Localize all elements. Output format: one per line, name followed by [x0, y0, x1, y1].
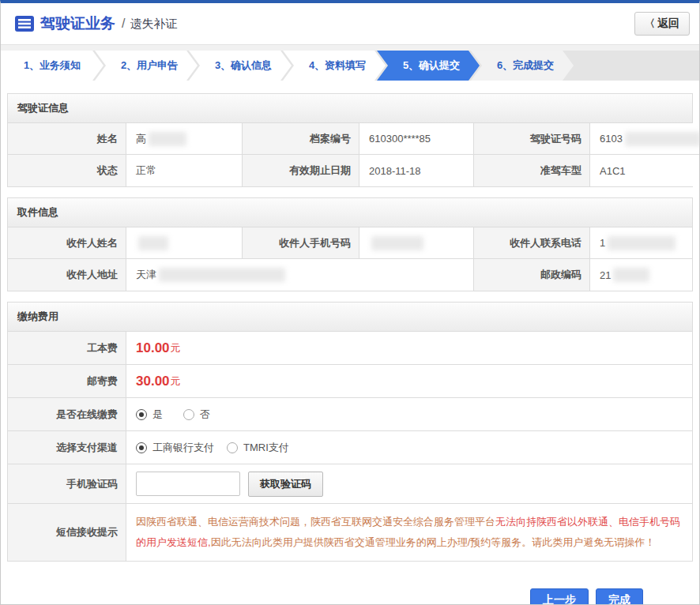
- online-yes-label: 是: [152, 408, 163, 422]
- previous-step-button[interactable]: 上一步: [530, 588, 589, 605]
- step-4-fill-data[interactable]: 4、资料填写: [283, 51, 386, 81]
- redaction-blur: [149, 132, 186, 146]
- file-no-label: 档案编号: [243, 123, 359, 155]
- recipient-address-label: 收件人地址: [8, 259, 126, 291]
- pickup-info-table: 收件人姓名 收件人手机号码 收件人联系电话 1 收件人地址 天津 邮政编码 21: [7, 227, 693, 291]
- recipient-mobile-label: 收件人手机号码: [243, 227, 359, 259]
- file-no-value: 610300****85: [359, 123, 474, 155]
- license-no-value: 6103: [590, 123, 700, 155]
- lost-license-replacement-page: 驾驶证业务 / 遗失补证 〈 返回 1、业务须知 2、用户申告 3、确认信息 4…: [0, 0, 700, 605]
- mailing-fee-label: 邮寄费: [8, 365, 126, 398]
- name-value: 高: [126, 123, 243, 155]
- back-chevron-icon: 〈: [645, 17, 655, 31]
- step-1-business-notes[interactable]: 1、业务须知: [1, 51, 103, 81]
- step-wizard: 1、业务须知 2、用户申告 3、确认信息 4、资料填写 5、确认提交 6、完成提…: [1, 51, 699, 81]
- recipient-name-label: 收件人姓名: [8, 227, 126, 259]
- pickup-section-title: 取件信息: [7, 197, 693, 227]
- production-fee-label: 工本费: [8, 332, 126, 365]
- redaction-blur: [625, 132, 700, 146]
- form-footer: 上一步 完成: [7, 572, 693, 605]
- production-fee-value: 10.00 元: [126, 332, 692, 365]
- name-label: 姓名: [8, 123, 126, 155]
- back-button[interactable]: 〈 返回: [634, 12, 690, 36]
- fee-unit: 元: [171, 341, 181, 355]
- step-2-user-declaration[interactable]: 2、用户申告: [95, 51, 198, 81]
- redaction-blur: [159, 268, 285, 282]
- recipient-name-value: [126, 227, 243, 259]
- postal-code-value: 21: [590, 259, 692, 291]
- step-5-confirm-submit[interactable]: 5、确认提交: [377, 51, 480, 81]
- redaction-blur: [613, 268, 649, 282]
- breadcrumb-separator: /: [122, 17, 125, 31]
- finish-button[interactable]: 完成: [596, 588, 643, 605]
- license-info-table: 姓名 高 档案编号 610300****85 驾驶证号码 6103 状态 正常 …: [7, 123, 693, 187]
- redaction-blur: [608, 236, 676, 250]
- license-no-label: 驾驶证号码: [474, 123, 590, 155]
- vehicle-type-label: 准驾车型: [474, 155, 590, 186]
- license-section-title: 驾驶证信息: [7, 93, 693, 123]
- payment-section: 缴纳费用 工本费 10.00 元 邮寄费 30.00 元 是否在线缴费 是 否: [7, 302, 693, 562]
- redaction-blur: [371, 236, 423, 250]
- pickup-info-section: 取件信息 收件人姓名 收件人手机号码 收件人联系电话 1 收件人地址 天津 邮政…: [7, 197, 693, 291]
- online-no-label: 否: [200, 408, 210, 422]
- step-3-confirm-info[interactable]: 3、确认信息: [189, 51, 292, 81]
- sms-code-row: 获取验证码: [126, 464, 692, 504]
- step-6-complete-submit[interactable]: 6、完成提交: [471, 51, 574, 81]
- recipient-phone-label: 收件人联系电话: [474, 227, 590, 259]
- channel-tmri-label: TMRI支付: [243, 441, 289, 455]
- header-divider: [1, 44, 699, 51]
- postal-code-label: 邮政编码: [474, 259, 590, 291]
- payment-channel-label: 选择支付渠道: [8, 431, 126, 464]
- breadcrumb-current: 遗失补证: [130, 17, 177, 32]
- channel-icbc-radio[interactable]: [136, 442, 147, 453]
- online-yes-radio[interactable]: [136, 409, 147, 420]
- recipient-address-value: 天津: [126, 259, 474, 291]
- redaction-blur: [138, 236, 168, 250]
- recipient-phone-value: 1: [590, 227, 692, 259]
- status-label: 状态: [8, 155, 126, 186]
- online-no-radio[interactable]: [183, 409, 194, 420]
- online-payment-label: 是否在线缴费: [8, 398, 126, 431]
- vehicle-type-value: A1C1: [590, 155, 700, 186]
- online-payment-options: 是 否: [126, 398, 692, 431]
- recipient-mobile-value: [359, 227, 474, 259]
- sms-notice-label: 短信接收提示: [8, 504, 126, 561]
- channel-tmri-radio[interactable]: [227, 442, 238, 453]
- fee-unit: 元: [171, 374, 181, 389]
- sms-code-input[interactable]: [136, 472, 240, 496]
- sms-notice-text: 因陕西省联通、电信运营商技术问题，陕西省互联网交通安全综合服务管理平台无法向持陕…: [126, 504, 692, 561]
- page-header: 驾驶证业务 / 遗失补证 〈 返回: [1, 3, 699, 44]
- license-info-section: 驾驶证信息 姓名 高 档案编号 610300****85 驾驶证号码 6103 …: [7, 93, 693, 187]
- status-value: 正常: [126, 155, 243, 186]
- sms-code-label: 手机验证码: [8, 464, 126, 504]
- back-button-label: 返回: [657, 17, 679, 31]
- payment-table: 工本费 10.00 元 邮寄费 30.00 元 是否在线缴费 是 否 选择: [7, 332, 693, 562]
- channel-icbc-label: 工商银行支付: [152, 441, 214, 455]
- payment-section-title: 缴纳费用: [7, 302, 693, 332]
- payment-channel-options: 工商银行支付 TMRI支付: [126, 431, 692, 464]
- page-title: 驾驶证业务: [40, 13, 115, 34]
- get-code-button[interactable]: 获取验证码: [248, 472, 323, 497]
- license-services-icon: [15, 16, 34, 32]
- mailing-fee-value: 30.00 元: [126, 365, 692, 398]
- expiry-label: 有效期止日期: [243, 155, 359, 186]
- main-content: 驾驶证信息 姓名 高 档案编号 610300****85 驾驶证号码 6103 …: [1, 81, 699, 605]
- expiry-value: 2018-11-18: [359, 155, 474, 186]
